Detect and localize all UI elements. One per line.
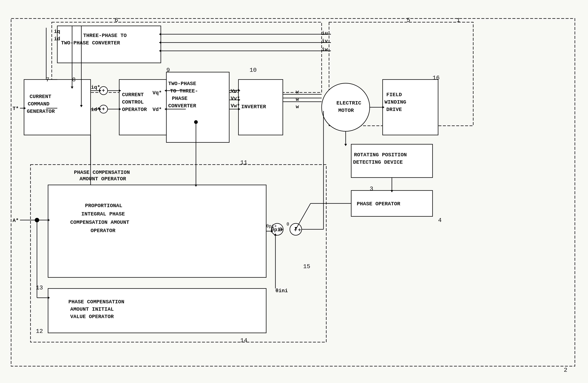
- pi-label-4: OPERATOR: [91, 228, 116, 234]
- theta-pi-sum-label: θpi+: [266, 224, 277, 229]
- iw-label: iw: [322, 47, 328, 52]
- pi-label-2: INTEGRAL PHASE: [81, 211, 125, 217]
- num-5: 5: [407, 17, 410, 24]
- theta-label: θ: [279, 227, 282, 233]
- num-8: 8: [72, 76, 76, 83]
- num-3: 3: [370, 186, 373, 192]
- tptf-label-3: PHASE: [172, 96, 188, 101]
- pi-label-1: PROPORTIONAL: [85, 203, 122, 209]
- num-9: 9: [166, 67, 170, 74]
- sum-id-plus: +: [102, 106, 105, 112]
- theta2-plus: +: [298, 227, 301, 233]
- iq-label: iq: [54, 29, 60, 34]
- num-2: 2: [564, 367, 567, 374]
- electric-motor-circle: [322, 83, 370, 131]
- vw-star-label: Vw*: [231, 103, 240, 109]
- iv-label: iv: [322, 38, 328, 44]
- cco-label-1: CURRENT: [122, 92, 144, 98]
- diagram-container: 2 6 5 1 THREE-PHASE TO TWO-PHASE CONVERT…: [0, 0, 588, 383]
- w-marker-1: w: [296, 89, 299, 95]
- iu-label: iu: [322, 30, 328, 36]
- po-label: PHASE OPERATOR: [357, 201, 400, 207]
- theta-sum-label: θ: [287, 222, 289, 227]
- pi-label-3: COMPENSATION AMOUNT: [70, 219, 129, 225]
- num-12: 12: [36, 328, 43, 335]
- tptf-label-1: TWO-PHASE: [168, 81, 196, 86]
- sum-iq-plus: +: [102, 88, 105, 94]
- pi-phase-comp-box: [48, 185, 266, 277]
- id-star-label: id*: [91, 107, 100, 112]
- iq-star-label: iq*: [91, 85, 100, 90]
- id-label: id: [54, 36, 60, 42]
- fwd-label-2: WINDING: [384, 99, 406, 105]
- num-10: 10: [250, 67, 256, 74]
- rpd-label-2: DETECTING DEVICE: [353, 159, 403, 165]
- w-marker-3: w: [296, 104, 299, 110]
- ccg-label-3: GENERATOR: [27, 108, 55, 114]
- num-4: 4: [438, 217, 441, 224]
- em-label-2: MOTOR: [338, 108, 354, 113]
- tptf-label-4: CONVERTER: [168, 103, 196, 109]
- inverter-label: INVERTER: [241, 104, 266, 110]
- vd-star-label: Vd*: [152, 107, 162, 112]
- fwd-label-1: FIELD: [386, 92, 402, 98]
- num-11: 11: [240, 159, 247, 166]
- num-14: 14: [240, 337, 247, 344]
- pca-outer-label-2: AMOUNT OPERATOR: [80, 176, 126, 182]
- vq-star-label: Vq*: [152, 90, 162, 96]
- num-6: 6: [115, 17, 118, 24]
- three-phase-to-two-label-1: THREE-PHASE TO: [83, 33, 127, 39]
- w-marker-2: w: [296, 97, 299, 102]
- ccg-label-1: CURRENT: [30, 94, 51, 100]
- theta-ini-label: θini: [275, 288, 288, 294]
- fwd-label-3: DRIVE: [386, 107, 402, 112]
- current-command-generator-box: [24, 80, 91, 135]
- num-15: 15: [303, 263, 310, 270]
- piv-label-3: VALUE OPERATOR: [70, 314, 114, 319]
- num-16: 16: [433, 75, 440, 81]
- t-star-label: T*: [13, 106, 19, 111]
- num-1: 1: [457, 17, 460, 24]
- a-star-label: A*: [13, 218, 19, 223]
- em-label-1: ELECTRIC: [336, 100, 361, 106]
- tptf-label-2: TO THREE-: [170, 88, 198, 94]
- piv-label-2: AMOUNT INITIAL: [70, 306, 114, 312]
- rpd-label-1: ROTATING POSITION: [354, 152, 407, 158]
- pca-outer-label-1: PHASE COMPENSATION: [74, 170, 130, 175]
- three-phase-to-two-label-2: TWO-PHASE CONVERTER: [61, 40, 120, 46]
- ccg-label-2: COMMAND: [28, 101, 50, 107]
- piv-label-1: PHASE COMPENSATION: [68, 299, 124, 305]
- cco-label-3: OPERATOR: [122, 107, 147, 112]
- cco-label-2: CONTROL: [122, 99, 144, 105]
